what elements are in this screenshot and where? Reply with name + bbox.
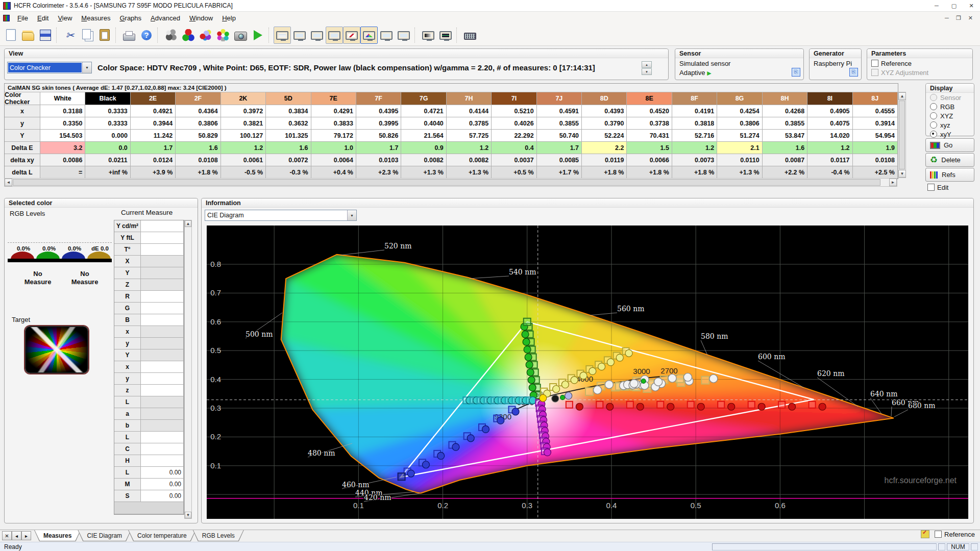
table-hscrollbar[interactable]: ◄ ► (4, 178, 897, 187)
toolbar-help-button[interactable]: ? (138, 27, 155, 44)
menu-advanced[interactable]: Advanced (146, 12, 185, 24)
tab-measures[interactable]: Measures (34, 530, 81, 541)
column-header-8E[interactable]: 8E (627, 92, 672, 105)
chevron-down-icon[interactable]: ▼ (82, 62, 91, 73)
toolbar-mon-cie-button[interactable] (360, 27, 378, 44)
refs-button[interactable]: Refs (925, 168, 974, 182)
toolbar-play-button[interactable] (249, 27, 266, 44)
toolbar-copy-button[interactable] (79, 27, 96, 44)
row-label-dE: Delta E (5, 142, 40, 154)
column-header-8F[interactable]: 8F (672, 92, 717, 105)
checkbox-icon[interactable] (935, 531, 942, 538)
column-header-8J[interactable]: 8J (853, 92, 898, 105)
chevron-down-icon[interactable]: ▼ (347, 210, 356, 220)
column-header-7J[interactable]: 7J (537, 92, 582, 105)
display-option-xyz[interactable]: xyz (926, 120, 974, 130)
notes-icon[interactable] (921, 530, 929, 538)
column-header-7H[interactable]: 7H (447, 92, 492, 105)
column-header-2E[interactable]: 2E (131, 92, 176, 105)
sensor-panel-title: Sensor (675, 49, 803, 58)
checkbox-icon[interactable] (871, 60, 878, 67)
mdi-minimize-button[interactable]: ─ (945, 15, 949, 21)
toolbar-mon-grid-button[interactable] (274, 27, 291, 44)
column-header-White[interactable]: White (40, 92, 85, 105)
radio-icon[interactable] (930, 112, 937, 119)
toolbar-cut-button[interactable]: ✂ (61, 27, 79, 44)
menu-file[interactable]: File (13, 12, 33, 24)
column-header-7I[interactable]: 7I (492, 92, 536, 105)
display-option-XYZ[interactable]: XYZ (926, 111, 974, 120)
menu-view[interactable]: View (53, 12, 77, 24)
toolbar-balls4-button[interactable] (214, 27, 232, 44)
sensor-export-icon[interactable]: ⎘ (792, 68, 800, 77)
toolbar-mon-curves-button[interactable] (326, 27, 343, 44)
column-header-2K[interactable]: 2K (221, 92, 266, 105)
maximize-button[interactable]: ▢ (945, 0, 963, 11)
menu-edit[interactable]: Edit (33, 12, 53, 24)
column-header-8I[interactable]: 8I (807, 92, 852, 105)
go-button[interactable]: Go (925, 138, 974, 152)
toolbar-balls1-button[interactable] (162, 27, 180, 44)
toolbar-mon-plain-button[interactable] (378, 27, 395, 44)
column-header-7E[interactable]: 7E (311, 92, 356, 105)
reference-checkbox[interactable]: Reference (871, 60, 912, 67)
reference-toggle[interactable]: Reference (935, 531, 975, 538)
view-selector-dropdown[interactable]: Color Checker ▼ (7, 62, 92, 73)
mdi-close-button[interactable]: ✕ (968, 15, 973, 21)
close-button[interactable]: ✕ (963, 0, 980, 11)
display-option-RGB[interactable]: RGB (926, 102, 974, 111)
column-header-8D[interactable]: 8D (582, 92, 627, 105)
toolbar-print-button[interactable] (120, 27, 138, 44)
checkbox-icon[interactable] (927, 184, 935, 191)
display-option-xyY[interactable]: xyY (926, 130, 974, 139)
toolbar-paste-button[interactable] (96, 27, 113, 44)
information-selector-dropdown[interactable]: CIE Diagram ▼ (205, 210, 357, 221)
toolbar-balls2-button[interactable] (180, 27, 197, 44)
edit-checkbox[interactable]: Edit (927, 184, 948, 191)
toolbar-save-button[interactable] (37, 27, 54, 44)
radio-icon[interactable] (930, 121, 937, 129)
column-header-5D[interactable]: 5D (266, 92, 311, 105)
toolbar-mon-plain-button[interactable] (291, 27, 308, 44)
toolbar-open-button[interactable] (19, 27, 37, 44)
delete-button[interactable]: ♻Delete (925, 153, 974, 167)
column-header-8H[interactable]: 8H (763, 92, 807, 105)
scroll-tabs-left-button[interactable]: ◂ (12, 531, 21, 540)
menu-window[interactable]: Window (185, 12, 217, 24)
table-vscrollbar[interactable]: ▲ ▼ (898, 92, 906, 178)
mdi-restore-button[interactable]: ❐ (956, 15, 961, 21)
menu-graphs[interactable]: Graphs (115, 12, 146, 24)
column-header-Black[interactable]: Black (85, 92, 130, 105)
generator-export-icon[interactable]: ⎘ (849, 68, 858, 77)
tab-cie-diagram[interactable]: CIE Diagram (78, 530, 131, 541)
menu-help[interactable]: Help (217, 12, 240, 24)
radio-icon[interactable] (930, 131, 937, 138)
toolbar-balls3-button[interactable] (197, 27, 214, 44)
menu-measures[interactable]: Measures (77, 12, 115, 24)
cell-2E-y: 0.3944 (131, 117, 176, 130)
radio-icon[interactable] (930, 103, 937, 110)
current-measure-scrollbar[interactable]: ▲ ▼ (184, 220, 192, 519)
column-header-8G[interactable]: 8G (717, 92, 762, 105)
toolbar-mon-plain-button[interactable] (308, 27, 326, 44)
column-header-7G[interactable]: 7G (401, 92, 446, 105)
paste-icon (100, 29, 110, 41)
scroll-tabs-right-button[interactable]: ▸ (21, 531, 31, 540)
svg-text:0.5: 0.5 (210, 346, 221, 355)
tab-rgb-levels[interactable]: RGB Levels (193, 530, 244, 541)
toolbar-mon-wave-button[interactable] (437, 27, 454, 44)
tab-color-temperature[interactable]: Color temperature (128, 530, 196, 541)
cell-7G-Y: 21.564 (401, 130, 446, 142)
minimize-button[interactable]: ─ (928, 0, 945, 11)
toolbar-mon-gradient-button[interactable] (420, 27, 437, 44)
column-header-7F[interactable]: 7F (356, 92, 401, 105)
column-header-2F[interactable]: 2F (176, 92, 220, 105)
toolbar-new-button[interactable] (2, 27, 19, 44)
toolbar-kbd-button[interactable] (461, 27, 479, 44)
toolbar-camera-button[interactable] (232, 27, 249, 44)
close-view-button[interactable]: ✕ (2, 531, 12, 540)
toolbar-mon-curve-button[interactable] (343, 27, 360, 44)
cell-2K-x: 0.3972 (221, 105, 266, 117)
measure-spinner[interactable]: ▲▼ (642, 61, 652, 75)
toolbar-mon-plain-button[interactable] (395, 27, 412, 44)
